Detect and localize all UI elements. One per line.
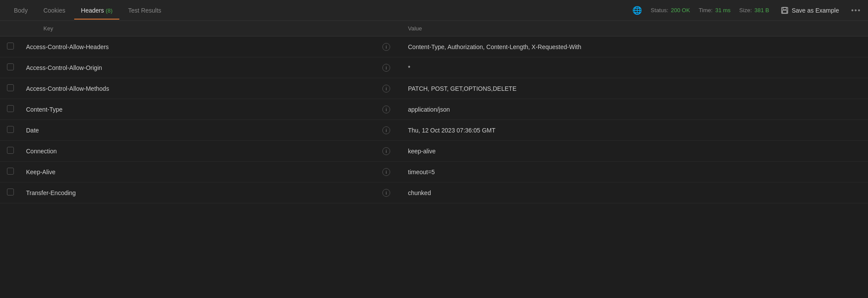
table-row: Connection i keep-alive xyxy=(0,141,868,162)
row-checkbox[interactable] xyxy=(7,147,14,154)
row-info-cell: i xyxy=(373,120,399,141)
info-icon[interactable]: i xyxy=(382,126,390,134)
row-checkbox-cell xyxy=(0,36,17,57)
time-value: 31 ms xyxy=(715,7,730,13)
time-info: Time: 31 ms xyxy=(699,7,730,13)
save-as-example-button[interactable]: Save as Example xyxy=(778,5,842,16)
row-key-cell: Access-Control-Allow-Origin xyxy=(17,57,373,78)
table-row: Keep-Alive i timeout=5 xyxy=(0,162,868,182)
table-row: Date i Thu, 12 Oct 2023 07:36:05 GMT xyxy=(0,120,868,141)
status-value: 200 OK xyxy=(671,7,690,13)
table-body: Access-Control-Allow-Headers i Content-T… xyxy=(0,36,868,203)
status-info: Status: 200 OK xyxy=(651,7,690,13)
checkbox-header xyxy=(0,21,17,36)
table-row: Access-Control-Allow-Methods i PATCH, PO… xyxy=(0,78,868,99)
table-row: Access-Control-Allow-Headers i Content-T… xyxy=(0,36,868,57)
row-checkbox[interactable] xyxy=(7,126,14,133)
status-label: Status: xyxy=(651,7,668,13)
row-checkbox[interactable] xyxy=(7,63,14,70)
row-value-cell: timeout=5 xyxy=(399,162,868,182)
info-icon[interactable]: i xyxy=(382,43,390,51)
row-key-cell: Content-Type xyxy=(17,99,373,120)
tab-bar-right: 🌐 Status: 200 OK Time: 31 ms Size: 381 B… xyxy=(632,5,861,16)
info-icon[interactable]: i xyxy=(382,168,390,176)
row-info-cell: i xyxy=(373,78,399,99)
size-label: Size: xyxy=(739,7,752,13)
row-checkbox-cell xyxy=(0,57,17,78)
tab-headers[interactable]: Headers(8) xyxy=(74,2,120,19)
row-checkbox[interactable] xyxy=(7,105,14,112)
info-icon[interactable]: i xyxy=(382,189,390,197)
more-options-icon[interactable]: ••• xyxy=(851,7,861,14)
row-checkbox-cell xyxy=(0,141,17,162)
tab-body[interactable]: Body xyxy=(7,2,35,19)
row-value-cell: application/json xyxy=(399,99,868,120)
row-info-cell: i xyxy=(373,36,399,57)
row-value-cell: Thu, 12 Oct 2023 07:36:05 GMT xyxy=(399,120,868,141)
tab-test-results[interactable]: Test Results xyxy=(121,2,168,19)
globe-icon: 🌐 xyxy=(632,6,642,15)
table-row: Transfer-Encoding i chunked xyxy=(0,182,868,203)
row-value-cell: chunked xyxy=(399,182,868,203)
tab-body-label: Body xyxy=(14,7,28,14)
row-key-cell: Date xyxy=(17,120,373,141)
table-row: Access-Control-Allow-Origin i * xyxy=(0,57,868,78)
row-checkbox-cell xyxy=(0,99,17,120)
row-checkbox-cell xyxy=(0,120,17,141)
info-column-header xyxy=(373,21,399,36)
row-value-cell: keep-alive xyxy=(399,141,868,162)
row-value-cell: * xyxy=(399,57,868,78)
row-checkbox[interactable] xyxy=(7,43,14,50)
row-info-cell: i xyxy=(373,182,399,203)
tab-headers-badge: (8) xyxy=(105,7,112,14)
row-checkbox-cell xyxy=(0,78,17,99)
row-info-cell: i xyxy=(373,162,399,182)
value-column-header: Value xyxy=(399,21,868,36)
save-as-example-label: Save as Example xyxy=(792,7,839,14)
row-checkbox-cell xyxy=(0,162,17,182)
size-value: 381 B xyxy=(754,7,769,13)
row-checkbox[interactable] xyxy=(7,168,14,175)
table-header-row: Key Value xyxy=(0,21,868,36)
svg-rect-1 xyxy=(783,7,786,10)
svg-rect-2 xyxy=(783,10,787,13)
headers-table: Key Value Access-Control-Allow-Headers i… xyxy=(0,21,868,203)
row-key-cell: Transfer-Encoding xyxy=(17,182,373,203)
time-label: Time: xyxy=(699,7,713,13)
save-icon xyxy=(781,7,788,14)
row-value-cell: Content-Type, Authorization, Content-Len… xyxy=(399,36,868,57)
tab-headers-label: Headers xyxy=(81,7,104,14)
info-icon[interactable]: i xyxy=(382,64,390,72)
key-column-header: Key xyxy=(17,21,373,36)
row-key-cell: Connection xyxy=(17,141,373,162)
row-checkbox[interactable] xyxy=(7,84,14,91)
size-info: Size: 381 B xyxy=(739,7,769,13)
tab-bar: Body Cookies Headers(8) Test Results 🌐 S… xyxy=(0,0,868,21)
tab-bar-left: Body Cookies Headers(8) Test Results xyxy=(7,2,632,19)
tab-cookies-label: Cookies xyxy=(43,7,66,14)
info-icon[interactable]: i xyxy=(382,85,390,93)
row-key-cell: Keep-Alive xyxy=(17,162,373,182)
row-info-cell: i xyxy=(373,141,399,162)
tab-test-results-label: Test Results xyxy=(128,7,161,14)
table-row: Content-Type i application/json xyxy=(0,99,868,120)
info-icon[interactable]: i xyxy=(382,106,390,113)
row-info-cell: i xyxy=(373,99,399,120)
row-value-cell: PATCH, POST, GET,OPTIONS,DELETE xyxy=(399,78,868,99)
info-icon[interactable]: i xyxy=(382,147,390,155)
row-key-cell: Access-Control-Allow-Headers xyxy=(17,36,373,57)
tab-cookies[interactable]: Cookies xyxy=(36,2,72,19)
row-key-cell: Access-Control-Allow-Methods xyxy=(17,78,373,99)
row-checkbox[interactable] xyxy=(7,189,14,195)
row-checkbox-cell xyxy=(0,182,17,203)
row-info-cell: i xyxy=(373,57,399,78)
